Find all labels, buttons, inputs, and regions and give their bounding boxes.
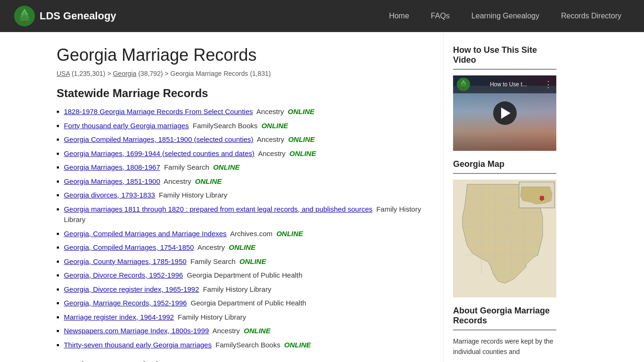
record-source: Ancestry (211, 327, 240, 335)
georgia-map-svg (453, 180, 556, 297)
video-play-button[interactable] (493, 101, 517, 125)
video-title: How to Use t... (490, 81, 527, 88)
learning-genealogy-link[interactable]: Learning Genealogy (463, 8, 548, 24)
list-item: Georgia, Compiled Marriages, 1754-1850 A… (57, 242, 424, 253)
online-badge: ONLINE (238, 257, 266, 265)
record-source: Georgia Department of Public Health (189, 299, 306, 307)
list-item: 1828-1978 Georgia Marriage Records From … (57, 107, 424, 117)
online-badge: ONLINE (274, 230, 303, 238)
statewide-section-title: Statewide Marriage Records (57, 87, 424, 100)
records-directory-link[interactable]: Records Directory (553, 8, 630, 24)
logo-text: LDS Genealogy (40, 10, 116, 22)
online-badge: ONLINE (227, 243, 256, 251)
record-source: Family History Library (176, 313, 246, 321)
about-section-title: About Georgia Marriage Records (453, 306, 556, 326)
record-link[interactable]: 1828-1978 Georgia Marriage Records From … (64, 107, 253, 115)
site-logo[interactable]: LDS Genealogy (14, 6, 116, 26)
online-badge: ONLINE (286, 135, 315, 143)
list-item: Thirty-seven thousand early Georgia marr… (57, 340, 424, 351)
record-source: FamilySearch Books (191, 122, 258, 130)
home-link[interactable]: Home (380, 8, 418, 24)
list-item: Georgia marriages 1811 through 1820 : pr… (57, 204, 424, 225)
record-link[interactable]: Georgia Marriages, 1851-1900 (64, 177, 160, 185)
online-badge: ONLINE (282, 341, 311, 349)
record-source: Ancestry (196, 243, 225, 251)
record-link[interactable]: Georgia, Divorce register index, 1965-19… (64, 285, 199, 293)
online-badge: ONLINE (242, 327, 271, 335)
map-divider (453, 173, 556, 174)
list-item: Georgia Marriages, 1808-1967 Family Sear… (57, 162, 424, 173)
record-link[interactable]: Georgia Marriages, 1699-1944 (selected c… (64, 149, 254, 157)
online-badge: ONLINE (288, 149, 316, 157)
video-tree-icon (457, 78, 470, 91)
record-source: Ancestry (162, 177, 191, 185)
record-link[interactable]: Thirty-seven thousand early Georgia marr… (64, 341, 211, 349)
record-source: Family History Library (201, 285, 271, 293)
record-source: Georgia Department of Public Health (185, 271, 302, 279)
breadcrumb-sep2: > Georgia Marriage Records (1,831) (165, 70, 271, 77)
record-link[interactable]: Marriage register index, 1964-1992 (64, 313, 173, 321)
usa-breadcrumb-link[interactable]: USA (57, 70, 70, 77)
list-item: Newspapers.com Marriage Index, 1800s-199… (57, 326, 424, 337)
list-item: Forty thousand early Georgia marriages F… (57, 121, 424, 132)
about-text: Marriage records were kept by the indivi… (453, 336, 556, 357)
record-link[interactable]: Forty thousand early Georgia marriages (64, 122, 189, 130)
record-link[interactable]: Georgia marriages 1811 through 1820 : pr… (64, 205, 372, 213)
breadcrumb-sep1: > (107, 70, 113, 77)
list-item: Georgia divorces, 1793-1833 Family Histo… (57, 190, 424, 201)
record-source: Archives.com (229, 230, 272, 238)
sidebar: How to Use This Site Video How to Use t.… (443, 32, 566, 362)
list-item: Georgia Compiled Marriages, 1851-1900 (s… (57, 134, 424, 145)
navigation: LDS Genealogy Home FAQs Learning Genealo… (0, 0, 644, 32)
record-source: Ancestry (255, 135, 284, 143)
online-badge: ONLINE (259, 122, 288, 130)
list-item: Georgia, Marriage Records, 1952-1996 Geo… (57, 298, 424, 309)
faqs-link[interactable]: FAQs (422, 8, 458, 24)
list-item: Marriage register index, 1964-1992 Famil… (57, 312, 424, 323)
video-section-title: How to Use This Site Video (453, 45, 556, 65)
county-section-title: Marriage Records by County (57, 360, 424, 362)
record-source: Family Search (162, 163, 209, 171)
usa-count: (1,235,301) (72, 70, 106, 77)
page-title: Georgia Marriage Records (57, 45, 424, 65)
record-link[interactable]: Georgia, County Marriages, 1785-1950 (64, 257, 186, 265)
about-divider (453, 329, 556, 330)
map-section-title: Georgia Map (453, 159, 556, 169)
record-link[interactable]: Georgia, Marriage Records, 1952-1996 (64, 299, 187, 307)
record-link[interactable]: Georgia, Compiled Marriages, 1754-1850 (64, 243, 194, 251)
online-badge: ONLINE (211, 163, 240, 171)
georgia-count: (38,792) (138, 70, 163, 77)
video-thumb-inner: How to Use t... ⋮ (453, 75, 556, 151)
svg-rect-6 (462, 87, 464, 90)
record-source: FamilySearch Books (214, 341, 281, 349)
list-item: Georgia, Compiled Marriages and Marriage… (57, 229, 424, 239)
online-badge: ONLINE (193, 177, 222, 185)
record-source: Ancestry (256, 149, 286, 157)
record-link[interactable]: Newspapers.com Marriage Index, 1800s-199… (64, 327, 209, 335)
list-item: Georgia, Divorce Records, 1952-1996 Geor… (57, 270, 424, 281)
main-content: Georgia Marriage Records USA (1,235,301)… (0, 32, 443, 362)
list-item: Georgia Marriages, 1699-1944 (selected c… (57, 148, 424, 159)
page-wrapper: Georgia Marriage Records USA (1,235,301)… (0, 32, 644, 362)
play-triangle-icon (501, 107, 511, 119)
record-link[interactable]: Georgia, Divorce Records, 1952-1996 (64, 271, 183, 279)
record-link[interactable]: Georgia divorces, 1793-1833 (64, 191, 155, 199)
tree-logo-icon (14, 6, 35, 26)
video-divider (453, 69, 556, 70)
georgia-breadcrumb-link[interactable]: Georgia (113, 70, 136, 77)
video-overlay-bar: How to Use t... ⋮ (453, 75, 556, 93)
record-source: Ancestry (255, 107, 284, 115)
video-menu-icon[interactable]: ⋮ (544, 79, 553, 90)
record-link[interactable]: Georgia Compiled Marriages, 1851-1900 (s… (64, 135, 253, 143)
record-link[interactable]: Georgia Marriages, 1808-1967 (64, 163, 160, 171)
video-thumbnail[interactable]: How to Use t... ⋮ (453, 75, 556, 151)
online-badge: ONLINE (286, 107, 314, 115)
record-link[interactable]: Georgia, Compiled Marriages and Marriage… (64, 230, 226, 238)
record-source: Family Search (189, 257, 236, 265)
georgia-map (453, 180, 556, 297)
record-source: Family History Library (157, 191, 227, 199)
statewide-records-list: 1828-1978 Georgia Marriage Records From … (57, 107, 424, 350)
nav-links: Home FAQs Learning Genealogy Records Dir… (380, 8, 630, 24)
list-item: Georgia, County Marriages, 1785-1950 Fam… (57, 256, 424, 267)
list-item: Georgia Marriages, 1851-1900 Ancestry ON… (57, 176, 424, 187)
